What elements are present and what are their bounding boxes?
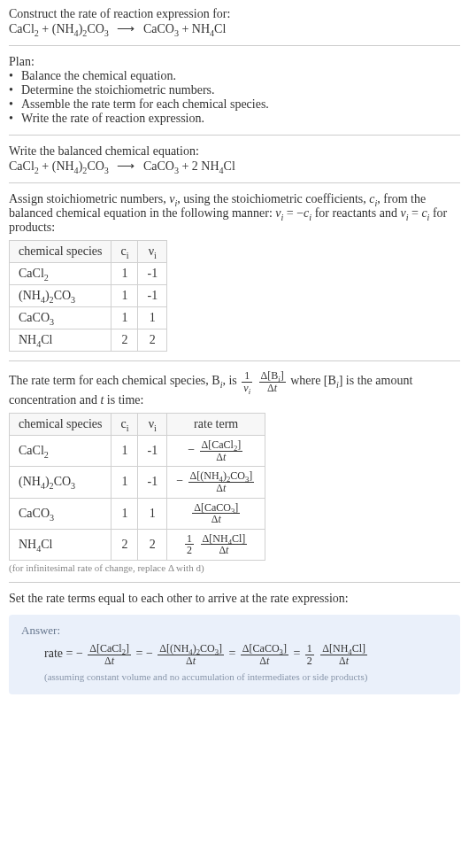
intro-equation: CaCl2 + (NH4)2CO3 ⟶ CaCO3 + NH4Cl: [9, 21, 460, 36]
divider: [9, 582, 460, 583]
plan-item-text: Assemble the rate term for each chemical…: [21, 97, 269, 112]
plan-item-text: Balance the chemical equation.: [21, 69, 176, 83]
divider: [9, 135, 460, 136]
col-ci: ci: [111, 241, 138, 263]
table-row: (NH4)2CO31-1− Δ[(NH4)2CO3]Δt: [10, 467, 265, 498]
cell-species: CaCO3: [10, 498, 111, 529]
cell-species: (NH4)2CO3: [10, 467, 111, 498]
cell-ci: 1: [111, 263, 138, 285]
set-equal-text: Set the rate terms equal to each other t…: [9, 592, 460, 606]
cell-species: CaCl2: [10, 436, 111, 467]
plan-item-text: Write the rate of reaction expression.: [21, 112, 204, 126]
table-row: NH4Cl2212 Δ[NH4Cl]Δt: [10, 529, 265, 560]
table-row: NH4Cl22: [10, 329, 167, 352]
table-header-row: chemical species ci νi rate term: [10, 414, 265, 436]
cell-ci: 1: [111, 436, 138, 467]
answer-box: Answer: rate = − Δ[CaCl2]Δt = − Δ[(NH4)2…: [9, 615, 460, 694]
divider: [9, 360, 460, 361]
rate-term-table: chemical species ci νi rate term CaCl21-…: [9, 413, 265, 561]
col-species: chemical species: [10, 414, 111, 436]
rate-term-intro: The rate term for each chemical species,…: [9, 370, 460, 407]
cell-ci: 1: [111, 285, 138, 307]
intro-section: Construct the rate of reaction expressio…: [9, 7, 460, 36]
cell-species: CaCO3: [10, 307, 111, 329]
bullet-icon: •: [9, 112, 21, 126]
col-vi: νi: [138, 241, 167, 263]
cell-rate-term: − Δ[CaCl2]Δt: [167, 436, 265, 467]
col-ci: ci: [111, 414, 138, 436]
rate-term-footnote: (for infinitesimal rate of change, repla…: [9, 562, 460, 573]
plan-item: •Balance the chemical equation.: [9, 69, 460, 83]
cell-rate-term: 12 Δ[NH4Cl]Δt: [167, 529, 265, 560]
stoich-section: Assign stoichiometric numbers, νi, using…: [9, 192, 460, 352]
divider: [9, 45, 460, 46]
col-rate: rate term: [167, 414, 265, 436]
answer-assumption: (assuming constant volume and no accumul…: [44, 671, 448, 682]
cell-species: NH4Cl: [10, 529, 111, 560]
cell-species: CaCl2: [10, 263, 111, 285]
plan-item: •Assemble the rate term for each chemica…: [9, 97, 460, 112]
cell-ci: 2: [111, 529, 138, 560]
table-row: (NH4)2CO31-1: [10, 285, 167, 307]
balanced-heading: Write the balanced chemical equation:: [9, 144, 460, 159]
cell-vi: -1: [138, 285, 167, 307]
cell-ci: 2: [111, 329, 138, 352]
rate-term-formula: 1νi Δ[Bi]Δt: [240, 374, 290, 387]
cell-ci: 1: [111, 498, 138, 529]
table-row: CaCO311: [10, 307, 167, 329]
cell-ci: 1: [111, 467, 138, 498]
table-row: CaCl21-1: [10, 263, 167, 285]
cell-rate-term: Δ[CaCO3]Δt: [167, 498, 265, 529]
plan-section: Plan: •Balance the chemical equation.•De…: [9, 55, 460, 126]
rate-term-intro-mid: , is: [222, 374, 240, 387]
balanced-section: Write the balanced chemical equation: Ca…: [9, 144, 460, 174]
cell-vi: 2: [138, 529, 167, 560]
table-header-row: chemical species ci νi: [10, 241, 167, 263]
cell-species: NH4Cl: [10, 329, 111, 352]
table-row: CaCO311Δ[CaCO3]Δt: [10, 498, 265, 529]
answer-expression: rate = − Δ[CaCl2]Δt = − Δ[(NH4)2CO3]Δt =…: [44, 643, 448, 666]
cell-vi: 2: [138, 329, 167, 352]
cell-vi: -1: [138, 263, 167, 285]
plan-item: •Determine the stoichiometric numbers.: [9, 83, 460, 97]
plan-list: •Balance the chemical equation.•Determin…: [9, 69, 460, 126]
bullet-icon: •: [9, 69, 21, 83]
plan-item: •Write the rate of reaction expression.: [9, 112, 460, 126]
cell-ci: 1: [111, 307, 138, 329]
answer-label: Answer:: [21, 624, 448, 638]
plan-item-text: Determine the stoichiometric numbers.: [21, 83, 215, 97]
col-species: chemical species: [10, 241, 111, 263]
cell-rate-term: − Δ[(NH4)2CO3]Δt: [167, 467, 265, 498]
cell-vi: -1: [138, 436, 167, 467]
col-vi: νi: [138, 414, 167, 436]
stoich-intro: Assign stoichiometric numbers, νi, using…: [9, 192, 460, 235]
bullet-icon: •: [9, 83, 21, 97]
cell-vi: -1: [138, 467, 167, 498]
rate-term-intro-pre: The rate term for each chemical species,…: [9, 374, 220, 387]
cell-vi: 1: [138, 307, 167, 329]
cell-species: (NH4)2CO3: [10, 285, 111, 307]
divider: [9, 182, 460, 183]
balanced-equation: CaCl2 + (NH4)2CO3 ⟶ CaCO3 + 2 NH4Cl: [9, 159, 460, 174]
rate-term-section: The rate term for each chemical species,…: [9, 370, 460, 573]
intro-prompt: Construct the rate of reaction expressio…: [9, 7, 460, 21]
bullet-icon: •: [9, 97, 21, 112]
stoich-table: chemical species ci νi CaCl21-1(NH4)2CO3…: [9, 240, 167, 352]
cell-vi: 1: [138, 498, 167, 529]
rate-prefix: rate =: [44, 647, 76, 660]
table-row: CaCl21-1− Δ[CaCl2]Δt: [10, 436, 265, 467]
plan-heading: Plan:: [9, 55, 460, 69]
